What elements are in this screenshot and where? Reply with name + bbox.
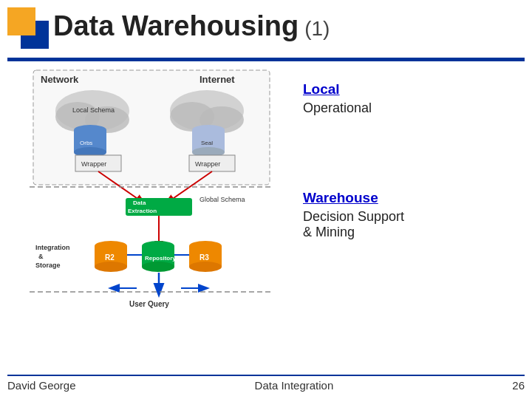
mining-text: & Mining: [303, 225, 525, 240]
footer-author: David George: [7, 379, 76, 392]
right-panel: Local Operational Warehouse Decision Sup…: [288, 66, 525, 362]
svg-text:Data: Data: [133, 200, 146, 206]
title-subtitle: (1): [304, 17, 330, 41]
main-title: Data Warehousing: [53, 10, 299, 42]
svg-text:R3: R3: [200, 253, 209, 262]
svg-text:Internet: Internet: [200, 74, 235, 85]
footer-topic: Data Integration: [255, 379, 334, 392]
title-area: Data Warehousing (1): [53, 10, 330, 42]
svg-text:Repository: Repository: [145, 255, 176, 262]
accent-orange: [7, 7, 35, 35]
diagram-svg: Network Internet Local Schema O: [30, 66, 281, 332]
warehouse-label: Warehouse: [303, 190, 525, 206]
svg-point-44: [189, 262, 222, 272]
svg-text:Storage: Storage: [35, 262, 61, 269]
footer: David George Data Integration 26: [7, 375, 525, 392]
warehouse-text: Warehouse: [303, 190, 378, 205]
footer-page: 26: [512, 379, 525, 392]
svg-text:R2: R2: [105, 253, 115, 262]
operational-text: Operational: [303, 100, 525, 116]
local-label: Local: [303, 81, 525, 98]
svg-point-40: [142, 262, 174, 272]
svg-point-36: [95, 262, 127, 272]
svg-text:Integration: Integration: [35, 244, 70, 251]
svg-text:Wrapper: Wrapper: [81, 160, 106, 168]
content-area: Network Internet Local Schema O: [7, 66, 525, 362]
svg-text:Local Schema: Local Schema: [72, 106, 115, 114]
decision-text: Decision Support: [303, 209, 525, 225]
title-underline: [7, 58, 525, 61]
svg-text:User Query: User Query: [129, 300, 169, 308]
svg-text:Seal: Seal: [201, 140, 213, 146]
svg-text:Wrapper: Wrapper: [195, 160, 220, 168]
diagram-area: Network Internet Local Schema O: [7, 66, 288, 347]
svg-text:Global Schema: Global Schema: [200, 196, 245, 203]
svg-text:Extraction: Extraction: [128, 208, 157, 214]
svg-text:Network: Network: [41, 74, 79, 85]
svg-text:&: &: [38, 253, 44, 260]
svg-text:Orbs: Orbs: [80, 140, 92, 146]
local-text: Local: [303, 81, 340, 97]
